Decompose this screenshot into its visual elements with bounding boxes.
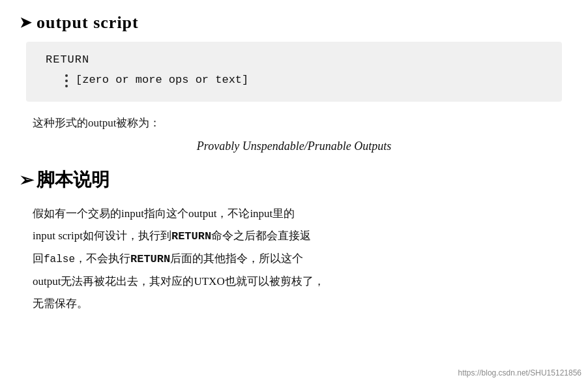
dot3	[65, 85, 68, 87]
false-keyword: false	[44, 254, 75, 265]
section1-header: ➤ output script	[20, 13, 568, 33]
return-keyword2: RETURN	[130, 253, 170, 265]
arrow-icon: ➤	[20, 14, 31, 31]
code-block: RETURN [zero or more ops or text]	[26, 42, 562, 102]
code-return: RETURN	[46, 51, 542, 70]
code-ops-text: [zero or more ops or text]	[76, 71, 248, 90]
section2-header: ➢ 脚本说明	[20, 168, 568, 192]
arrow2-icon: ➢	[20, 170, 34, 190]
section2-title: 脚本说明	[37, 168, 110, 192]
code-ops-line: [zero or more ops or text]	[46, 71, 542, 90]
provably-line: Provably Unspendable/Prunable Outputs	[20, 140, 568, 153]
description-line: 这种形式的output被称为：	[33, 113, 568, 134]
dot2	[65, 80, 68, 82]
dot1	[65, 74, 68, 77]
vertical-dots	[46, 73, 68, 87]
return-keyword1: RETURN	[171, 230, 211, 243]
watermark: https://blog.csdn.net/SHU15121856	[458, 368, 581, 377]
body-paragraph: 假如有一个交易的input指向这个output，不论input里的 input …	[33, 203, 562, 315]
section1-title: output script	[37, 13, 139, 33]
